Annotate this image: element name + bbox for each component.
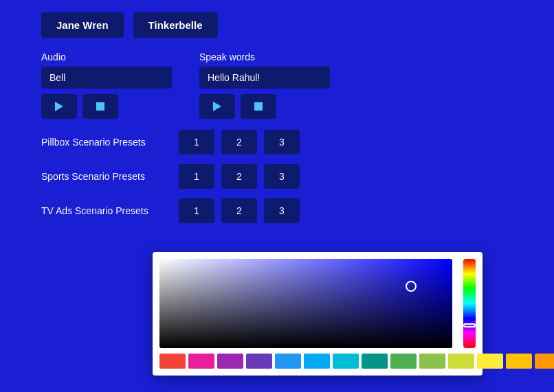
- audio-play-button[interactable]: [41, 94, 77, 119]
- speak-play-icon: [213, 102, 221, 111]
- color-gradient-area[interactable]: [159, 259, 452, 348]
- preset-row-0: Pillbox Scenario Presets123: [41, 130, 513, 154]
- audio-stop-button[interactable]: [82, 94, 118, 119]
- color-cursor[interactable]: [406, 281, 417, 292]
- speak-controls: [199, 94, 330, 119]
- audio-section: Audio: [41, 51, 172, 119]
- speak-stop-icon: [254, 102, 263, 111]
- speak-words-label: Speak words: [199, 51, 330, 62]
- color-swatch-13[interactable]: [535, 354, 554, 369]
- color-swatch-9[interactable]: [419, 354, 445, 369]
- color-swatch-7[interactable]: [362, 354, 388, 369]
- gradient-main[interactable]: [159, 259, 452, 348]
- color-swatch-1[interactable]: [188, 354, 214, 369]
- preset-label-1: Sports Scenario Presets: [41, 171, 172, 182]
- preset-btn-0-1[interactable]: 2: [221, 130, 257, 154]
- audio-input[interactable]: [41, 67, 172, 89]
- speak-words-section: Speak words: [199, 51, 330, 119]
- stop-icon: [96, 102, 104, 111]
- hue-slider[interactable]: [463, 259, 476, 348]
- top-buttons-row: Jane Wren Tinkerbelle: [0, 0, 554, 47]
- preset-label-2: TV Ads Scenario Presets: [41, 205, 172, 216]
- color-swatches: [159, 354, 476, 369]
- preset-btn-1-2[interactable]: 3: [264, 164, 300, 189]
- preset-row-2: TV Ads Scenario Presets123: [41, 198, 513, 223]
- audio-speak-section: Audio Speak words: [0, 51, 554, 119]
- tinkerbelle-button[interactable]: Tinkerbelle: [133, 12, 218, 38]
- speak-stop-button[interactable]: [241, 94, 276, 119]
- preset-btn-1-0[interactable]: 1: [179, 164, 214, 189]
- preset-btn-2-2[interactable]: 3: [264, 198, 300, 223]
- color-swatch-10[interactable]: [448, 354, 474, 369]
- preset-btn-0-2[interactable]: 3: [264, 130, 300, 154]
- preset-label-0: Pillbox Scenario Presets: [41, 137, 172, 148]
- color-swatch-11[interactable]: [477, 354, 503, 369]
- color-swatch-2[interactable]: [217, 354, 243, 369]
- color-swatch-4[interactable]: [275, 354, 301, 369]
- audio-controls: [41, 94, 172, 119]
- preset-row-1: Sports Scenario Presets123: [41, 164, 513, 189]
- color-picker[interactable]: [153, 252, 483, 376]
- jane-wren-button[interactable]: Jane Wren: [41, 12, 124, 38]
- speak-play-button[interactable]: [199, 94, 235, 119]
- hue-handle[interactable]: [463, 323, 476, 327]
- color-swatch-0[interactable]: [159, 354, 186, 369]
- preset-btn-2-0[interactable]: 1: [179, 198, 214, 223]
- color-swatch-8[interactable]: [390, 354, 417, 369]
- preset-btn-1-1[interactable]: 2: [221, 164, 257, 189]
- color-swatch-3[interactable]: [246, 354, 272, 369]
- speak-words-input[interactable]: [199, 67, 330, 89]
- audio-label: Audio: [41, 51, 172, 62]
- hue-track[interactable]: [463, 259, 476, 348]
- preset-btn-0-0[interactable]: 1: [179, 130, 214, 154]
- color-swatch-12[interactable]: [506, 354, 532, 369]
- play-icon: [55, 102, 63, 111]
- preset-btn-2-1[interactable]: 2: [221, 198, 257, 223]
- color-swatch-6[interactable]: [333, 354, 359, 369]
- color-swatch-5[interactable]: [304, 354, 330, 369]
- presets-section: Pillbox Scenario Presets123Sports Scenar…: [0, 119, 554, 223]
